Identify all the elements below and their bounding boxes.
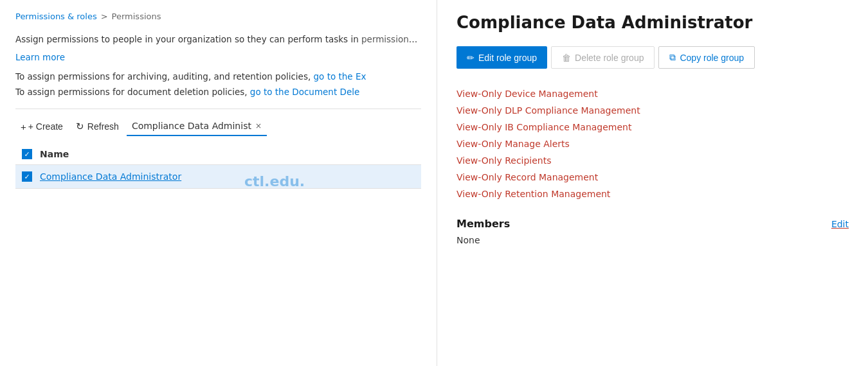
row-checkbox[interactable]: ✓	[22, 171, 32, 182]
close-tab-icon[interactable]: ×	[255, 121, 262, 130]
members-title: Members	[457, 218, 510, 230]
roles-list: View-Only Device Management View-Only DL…	[457, 85, 849, 202]
description-line1: Assign permissions to people in your org…	[15, 33, 421, 46]
breadcrumb: Permissions & roles > Permissions	[15, 12, 421, 21]
assign-document-line: To assign permissions for document delet…	[15, 87, 421, 97]
divider	[15, 109, 421, 109]
create-button[interactable]: + + Create	[15, 118, 68, 136]
delete-button-label: Delete role group	[575, 53, 644, 63]
refresh-icon: ↻	[76, 121, 84, 132]
breadcrumb-current: Permissions	[112, 12, 161, 21]
members-value: None	[457, 235, 849, 245]
select-all-checkbox[interactable]: ✓	[22, 149, 32, 159]
learn-more-link[interactable]: Learn more	[15, 52, 65, 62]
table-row[interactable]: ✓ Compliance Data Administrator	[15, 165, 421, 189]
row-name[interactable]: Compliance Data Administrator	[40, 171, 181, 182]
table-header: ✓ Name	[15, 144, 421, 165]
tab-label: Compliance Data Administ	[132, 121, 251, 131]
plus-icon: +	[21, 121, 26, 132]
members-header: Members Edit	[457, 218, 849, 230]
role-item[interactable]: View-Only IB Compliance Management	[457, 119, 849, 135]
toolbar: + + Create ↻ Refresh Compliance Data Adm…	[15, 117, 421, 136]
members-section: Members Edit None	[457, 218, 849, 245]
right-panel: Compliance Data Administrator ✏ Edit rol…	[437, 0, 868, 366]
refresh-button[interactable]: ↻ Refresh	[71, 117, 124, 136]
action-buttons: ✏ Edit role group 🗑 Delete role group ⧉ …	[457, 46, 849, 69]
assign-archiving-line: To assign permissions for archiving, aud…	[15, 71, 421, 82]
copy-icon: ⧉	[669, 52, 676, 63]
edit-role-group-button[interactable]: ✏ Edit role group	[457, 46, 547, 69]
breadcrumb-separator: >	[101, 12, 108, 21]
left-panel: Permissions & roles > Permissions Assign…	[0, 0, 437, 366]
table-container: ✓ Name ✓ Compliance Data Administrator	[15, 144, 421, 189]
role-item[interactable]: View-Only DLP Compliance Management	[457, 102, 849, 119]
role-item[interactable]: View-Only Retention Management	[457, 186, 849, 202]
copy-role-group-button[interactable]: ⧉ Copy role group	[658, 46, 755, 69]
column-name-header: Name	[40, 149, 69, 159]
copy-button-label: Copy role group	[680, 53, 744, 63]
breadcrumb-parent[interactable]: Permissions & roles	[15, 12, 97, 21]
edit-icon: ✏	[467, 53, 475, 63]
role-item[interactable]: View-Only Manage Alerts	[457, 135, 849, 152]
role-item[interactable]: View-Only Record Management	[457, 169, 849, 186]
edit-button-label: Edit role group	[478, 53, 537, 63]
compliance-tab[interactable]: Compliance Data Administ ×	[127, 117, 267, 136]
delete-icon: 🗑	[562, 53, 571, 63]
members-edit-link[interactable]: Edit	[831, 219, 849, 229]
role-item[interactable]: View-Only Recipients	[457, 152, 849, 169]
role-item[interactable]: View-Only Device Management	[457, 85, 849, 102]
delete-role-group-button[interactable]: 🗑 Delete role group	[551, 46, 655, 69]
detail-title: Compliance Data Administrator	[457, 13, 849, 32]
